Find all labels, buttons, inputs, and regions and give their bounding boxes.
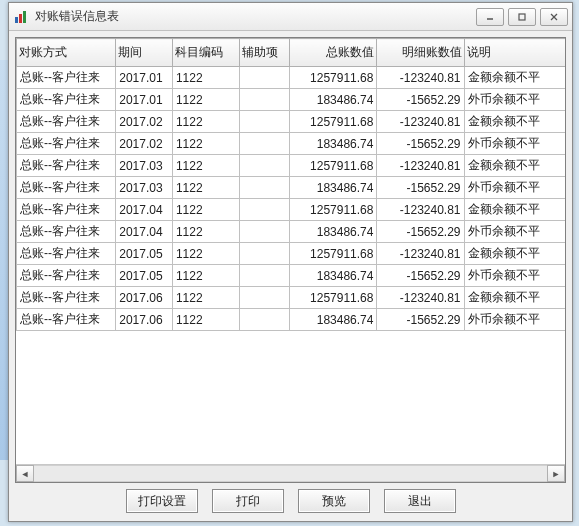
header-gl[interactable]: 总账数值 [290,39,377,67]
svg-rect-1 [19,14,22,23]
svg-rect-0 [15,17,18,23]
table-row[interactable]: 总账--客户往来2017.0411221257911.68-123240.81金… [17,199,566,221]
grid-wrap: 对账方式 期间 科目编码 辅助项 总账数值 明细账数值 说明 总账--客户往来2… [16,38,565,464]
cell-method: 总账--客户往来 [17,111,116,133]
table-row[interactable]: 总账--客户往来2017.041122183486.74-15652.29外币余… [17,221,566,243]
cell-subject: 1122 [172,111,239,133]
cell-desc: 外币余额不平 [464,177,565,199]
header-desc[interactable]: 说明 [464,39,565,67]
cell-desc: 外币余额不平 [464,221,565,243]
cell-gl: 1257911.68 [290,243,377,265]
cell-subject: 1122 [172,133,239,155]
cell-method: 总账--客户往来 [17,221,116,243]
cell-sub: -15652.29 [377,221,464,243]
cell-gl: 183486.74 [290,309,377,331]
scroll-track[interactable] [34,465,547,482]
maximize-button[interactable] [508,8,536,26]
cell-aux [239,155,290,177]
cell-desc: 外币余额不平 [464,265,565,287]
button-bar: 打印设置 打印 预览 退出 [9,487,572,515]
cell-gl: 183486.74 [290,89,377,111]
cell-sub: -15652.29 [377,133,464,155]
cell-subject: 1122 [172,309,239,331]
cell-desc: 金额余额不平 [464,243,565,265]
cell-aux [239,243,290,265]
scroll-left-button[interactable]: ◄ [16,465,34,482]
cell-subject: 1122 [172,243,239,265]
header-aux[interactable]: 辅助项 [239,39,290,67]
table-row[interactable]: 总账--客户往来2017.0311221257911.68-123240.81金… [17,155,566,177]
table-row[interactable]: 总账--客户往来2017.0511221257911.68-123240.81金… [17,243,566,265]
header-method[interactable]: 对账方式 [17,39,116,67]
cell-subject: 1122 [172,199,239,221]
scroll-right-button[interactable]: ► [547,465,565,482]
cell-period: 2017.01 [116,67,173,89]
cell-desc: 金额余额不平 [464,155,565,177]
cell-gl: 183486.74 [290,265,377,287]
exit-button[interactable]: 退出 [384,489,456,513]
cell-period: 2017.06 [116,287,173,309]
table-row[interactable]: 总账--客户往来2017.031122183486.74-15652.29外币余… [17,177,566,199]
cell-period: 2017.01 [116,89,173,111]
dialog-window: 对账错误信息表 对账方式 期间 科目编码 辅助项 [8,2,573,522]
cell-sub: -123240.81 [377,67,464,89]
cell-method: 总账--客户往来 [17,243,116,265]
cell-sub: -15652.29 [377,177,464,199]
cell-period: 2017.02 [116,111,173,133]
titlebar[interactable]: 对账错误信息表 [9,3,572,31]
header-sub[interactable]: 明细账数值 [377,39,464,67]
table-row[interactable]: 总账--客户往来2017.0111221257911.68-123240.81金… [17,67,566,89]
table-row[interactable]: 总账--客户往来2017.021122183486.74-15652.29外币余… [17,133,566,155]
cell-period: 2017.04 [116,199,173,221]
cell-aux [239,111,290,133]
header-row: 对账方式 期间 科目编码 辅助项 总账数值 明细账数值 说明 [17,39,566,67]
preview-button[interactable]: 预览 [298,489,370,513]
cell-subject: 1122 [172,89,239,111]
header-subject[interactable]: 科目编码 [172,39,239,67]
cell-method: 总账--客户往来 [17,287,116,309]
print-button[interactable]: 打印 [212,489,284,513]
cell-gl: 183486.74 [290,177,377,199]
cell-desc: 金额余额不平 [464,111,565,133]
cell-aux [239,133,290,155]
cell-sub: -123240.81 [377,243,464,265]
window-buttons [476,8,568,26]
cell-period: 2017.05 [116,243,173,265]
table-row[interactable]: 总账--客户往来2017.061122183486.74-15652.29外币余… [17,309,566,331]
cell-desc: 金额余额不平 [464,67,565,89]
cell-subject: 1122 [172,155,239,177]
close-button[interactable] [540,8,568,26]
cell-subject: 1122 [172,287,239,309]
window-title: 对账错误信息表 [35,8,476,25]
cell-aux [239,287,290,309]
cell-method: 总账--客户往来 [17,133,116,155]
print-setup-button[interactable]: 打印设置 [126,489,198,513]
cell-period: 2017.06 [116,309,173,331]
table-row[interactable]: 总账--客户往来2017.0211221257911.68-123240.81金… [17,111,566,133]
cell-subject: 1122 [172,177,239,199]
cell-method: 总账--客户往来 [17,67,116,89]
cell-sub: -15652.29 [377,89,464,111]
cell-method: 总账--客户往来 [17,177,116,199]
cell-desc: 外币余额不平 [464,309,565,331]
cell-subject: 1122 [172,67,239,89]
header-period[interactable]: 期间 [116,39,173,67]
cell-method: 总账--客户往来 [17,265,116,287]
error-table[interactable]: 对账方式 期间 科目编码 辅助项 总账数值 明细账数值 说明 总账--客户往来2… [16,38,565,331]
minimize-button[interactable] [476,8,504,26]
table-row[interactable]: 总账--客户往来2017.0611221257911.68-123240.81金… [17,287,566,309]
cell-aux [239,309,290,331]
cell-aux [239,89,290,111]
content-area: 对账方式 期间 科目编码 辅助项 总账数值 明细账数值 说明 总账--客户往来2… [15,37,566,483]
cell-method: 总账--客户往来 [17,309,116,331]
background-strip [0,60,8,460]
cell-sub: -15652.29 [377,265,464,287]
cell-subject: 1122 [172,221,239,243]
table-row[interactable]: 总账--客户往来2017.011122183486.74-15652.29外币余… [17,89,566,111]
table-row[interactable]: 总账--客户往来2017.051122183486.74-15652.29外币余… [17,265,566,287]
cell-period: 2017.04 [116,221,173,243]
cell-gl: 183486.74 [290,133,377,155]
cell-aux [239,221,290,243]
horizontal-scrollbar[interactable]: ◄ ► [16,464,565,482]
cell-subject: 1122 [172,265,239,287]
